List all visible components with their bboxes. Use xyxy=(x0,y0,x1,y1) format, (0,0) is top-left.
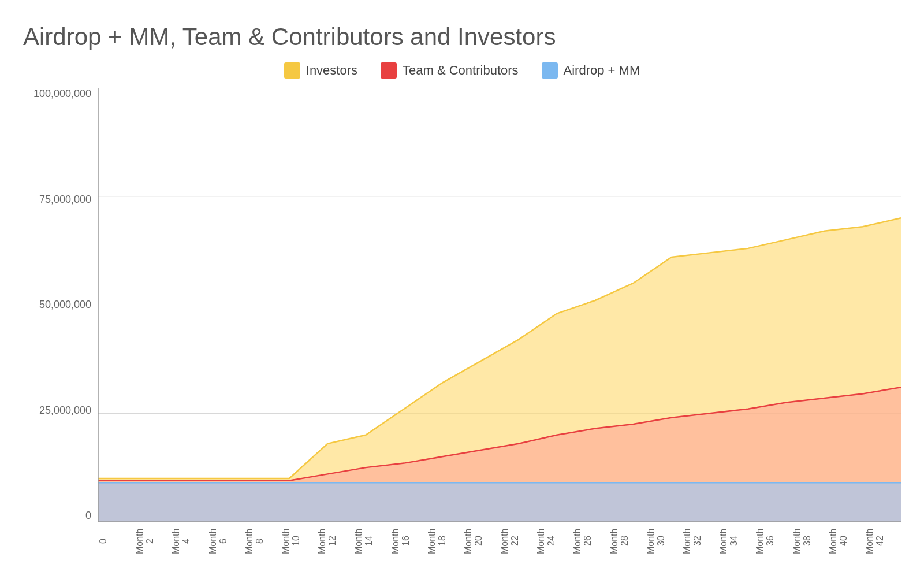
y-axis-label: 75,000,000 xyxy=(39,194,91,206)
chart-title: Airdrop + MM, Team & Contributors and In… xyxy=(23,23,901,51)
x-axis-label: Month 10 xyxy=(281,525,317,557)
x-axis-label: Month 38 xyxy=(792,525,828,557)
y-axis-label: 0 xyxy=(85,510,91,522)
y-axis-label: 50,000,000 xyxy=(39,299,91,311)
x-axis-label: Month 28 xyxy=(609,525,646,557)
legend-item-team: Team & Contributors xyxy=(381,62,519,79)
x-axis-label: Month 42 xyxy=(865,525,901,557)
x-axis-label: Month 40 xyxy=(828,525,865,557)
airdrop-area xyxy=(98,482,901,522)
legend-label-investors: Investors xyxy=(306,63,357,78)
main-chart-svg xyxy=(98,88,901,522)
x-axis-label: Month 34 xyxy=(718,525,755,557)
chart-inner: 0Month 2Month 4Month 6Month 8Month 10Mon… xyxy=(98,88,901,556)
x-axis-label: Month 26 xyxy=(572,525,609,557)
x-labels: 0Month 2Month 4Month 6Month 8Month 10Mon… xyxy=(98,525,901,557)
x-axis-label: 0 xyxy=(98,525,135,557)
legend-item-investors: Investors xyxy=(284,62,357,79)
legend-color-investors xyxy=(284,62,300,79)
x-axis-label: Month 14 xyxy=(353,525,390,557)
chart-area: 100,000,00075,000,00050,000,00025,000,00… xyxy=(23,88,901,556)
x-axis-label: Month 2 xyxy=(135,525,171,557)
legend-label-team: Team & Contributors xyxy=(403,63,519,78)
x-axis: 0Month 2Month 4Month 6Month 8Month 10Mon… xyxy=(98,522,901,556)
x-axis-label: Month 22 xyxy=(500,525,536,557)
legend: Investors Team & Contributors Airdrop + … xyxy=(23,62,901,79)
x-axis-label: Month 20 xyxy=(463,525,500,557)
x-axis-label: Month 24 xyxy=(536,525,572,557)
x-axis-label: Month 8 xyxy=(244,525,281,557)
x-axis-label: Month 12 xyxy=(317,525,353,557)
y-axis: 100,000,00075,000,00050,000,00025,000,00… xyxy=(23,88,98,556)
y-axis-label: 100,000,000 xyxy=(33,88,91,100)
x-axis-label: Month 32 xyxy=(682,525,718,557)
x-axis-label: Month 36 xyxy=(755,525,791,557)
legend-label-airdrop: Airdrop + MM xyxy=(564,63,640,78)
legend-item-airdrop: Airdrop + MM xyxy=(542,62,640,79)
legend-color-team xyxy=(381,62,397,79)
x-axis-label: Month 30 xyxy=(646,525,682,557)
y-axis-label: 25,000,000 xyxy=(39,404,91,417)
legend-color-airdrop xyxy=(542,62,558,79)
x-axis-label: Month 4 xyxy=(171,525,207,557)
x-axis-label: Month 18 xyxy=(427,525,463,557)
x-axis-label: Month 16 xyxy=(390,525,427,557)
chart-container: Airdrop + MM, Team & Contributors and In… xyxy=(0,0,924,568)
x-axis-label: Month 6 xyxy=(208,525,244,557)
grid-and-svg xyxy=(98,88,901,522)
